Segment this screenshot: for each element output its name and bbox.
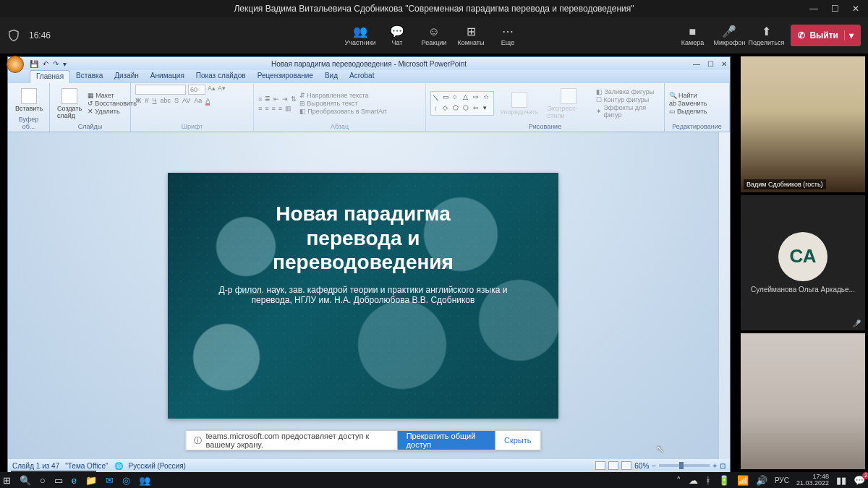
arrange-button[interactable]: Упорядочить (497, 90, 542, 117)
tab-design[interactable]: Дизайн (109, 70, 145, 83)
volume-icon[interactable]: 🔊 (756, 475, 767, 486)
columns-icon[interactable]: ▥ (285, 105, 292, 112)
hide-sharebar-button[interactable]: Скрыть (495, 436, 540, 445)
fit-window-button[interactable]: ⊡ (720, 462, 726, 470)
tray-up-icon[interactable]: ˄ (676, 475, 681, 486)
sorter-view-button[interactable] (608, 461, 618, 470)
font-size-input[interactable]: 60 (188, 85, 205, 95)
align-center-icon[interactable]: ≡ (265, 105, 268, 112)
shapes-gallery[interactable]: ＼▭○△⇨☆ ﹛◇⬠⬡⇦▾ (430, 91, 494, 116)
tab-slideshow[interactable]: Показ слайдов (190, 70, 252, 83)
smartart-button[interactable]: ◧ Преобразовать в SmartArt (299, 108, 386, 115)
battery-icon[interactable]: 🔋 (718, 475, 730, 486)
font-family-input[interactable] (135, 85, 186, 95)
align-text-button[interactable]: ⊞ Выровнять текст (299, 100, 386, 107)
qat-dropdown-icon[interactable]: ▾ (63, 60, 67, 68)
scrollbar-vertical[interactable] (718, 132, 730, 459)
case-icon[interactable]: Aa (194, 97, 202, 104)
participant-tile[interactable]: Вадим Сдобников (гость) (741, 56, 865, 192)
app-icon[interactable]: ◎ (122, 475, 130, 486)
char-spacing-icon[interactable]: AV (182, 97, 190, 104)
mic-button[interactable]: 🎤Микрофон (711, 22, 747, 49)
mail-icon[interactable]: ✉ (106, 475, 114, 486)
bullets-icon[interactable]: ≡ (258, 95, 262, 103)
close-icon[interactable]: ✕ (852, 4, 859, 14)
zoom-out-button[interactable]: − (652, 462, 656, 470)
justify-icon[interactable]: ≡ (278, 105, 282, 112)
wifi-icon[interactable]: 📶 (737, 475, 749, 486)
new-slide-button[interactable]: Создать слайд (54, 87, 85, 121)
reset-button[interactable]: ↺ Восстановить (88, 100, 137, 107)
app-pinned-icon[interactable]: ▮▮ (836, 475, 846, 486)
shrink-font-icon[interactable]: A▾ (218, 85, 226, 95)
delete-button[interactable]: ✕ Удалить (88, 108, 137, 115)
explorer-icon[interactable]: 📁 (85, 475, 97, 486)
paste-button[interactable]: Вставить (12, 87, 46, 114)
participant-tile[interactable] (741, 333, 865, 469)
zoom-slider[interactable] (659, 464, 710, 467)
line-spacing-icon[interactable]: ⇅ (291, 95, 297, 103)
replace-button[interactable]: ab Заменить (669, 100, 707, 107)
start-icon[interactable]: ⊞ (3, 475, 11, 486)
leave-button[interactable]: ✆ Выйти ▾ (791, 25, 861, 46)
office-button[interactable] (7, 56, 24, 73)
rooms-button[interactable]: ⊞Комнаты (453, 22, 489, 49)
save-icon[interactable]: 💾 (30, 60, 38, 68)
tab-animation[interactable]: Анимация (145, 70, 190, 83)
onedrive-icon[interactable]: ☁ (689, 475, 698, 486)
share-button[interactable]: ⬆Поделиться (748, 22, 784, 49)
tray-lang[interactable]: РУС (775, 476, 789, 484)
bluetooth-icon[interactable]: ᚼ (705, 475, 711, 486)
search-icon[interactable]: 🔍 (20, 475, 31, 486)
maximize-icon[interactable]: ☐ (831, 4, 839, 14)
notifications-icon[interactable]: 💬 (854, 475, 865, 486)
participant-tile[interactable]: СА Сулейманова Ольга Аркадье... 🎤̸ (741, 195, 865, 331)
align-right-icon[interactable]: ≡ (272, 105, 276, 112)
numbering-icon[interactable]: ≣ (265, 95, 271, 103)
slideshow-view-button[interactable] (621, 461, 631, 470)
underline-icon[interactable]: Ч (152, 97, 156, 104)
indent-inc-icon[interactable]: ⇥ (282, 95, 288, 103)
task-view-icon[interactable]: ▭ (54, 475, 63, 486)
indent-dec-icon[interactable]: ⇤ (273, 95, 279, 103)
shadow-icon[interactable]: S (174, 97, 179, 104)
language-indicator[interactable]: Русский (Россия) (129, 462, 186, 470)
tab-review[interactable]: Рецензирование (252, 70, 319, 83)
more-button[interactable]: ⋯Еще (490, 22, 526, 49)
stop-sharing-button[interactable]: Прекратить общий доступ (398, 431, 495, 450)
tab-view[interactable]: Вид (319, 70, 344, 83)
text-direction-button[interactable]: ⇵ Направление текста (299, 92, 386, 99)
tab-insert[interactable]: Вставка (70, 70, 109, 83)
participants-button[interactable]: 👥Участники (342, 22, 378, 49)
font-color-icon[interactable]: A (205, 97, 210, 104)
find-button[interactable]: 🔍 Найти (669, 92, 707, 99)
system-clock[interactable]: 17:4821.03.2022 (796, 474, 829, 487)
shape-effects-button[interactable]: ✦ Эффекты для фигур (596, 104, 660, 119)
shape-fill-button[interactable]: ◧ Заливка фигуры (596, 88, 660, 95)
select-button[interactable]: ▭ Выделить (669, 108, 707, 115)
chat-button[interactable]: 💬Чат (379, 22, 415, 49)
teams-icon[interactable]: 👥 (139, 475, 150, 486)
tab-acrobat[interactable]: Acrobat (344, 70, 380, 83)
minimize-icon[interactable]: — (809, 4, 818, 14)
chevron-down-icon[interactable]: ▾ (844, 30, 854, 40)
cortana-icon[interactable]: ○ (40, 475, 46, 486)
quick-styles-button[interactable]: Экспресс-стили (545, 87, 594, 121)
reactions-button[interactable]: ☺Реакции (416, 22, 452, 49)
strike-icon[interactable]: abc (160, 97, 171, 104)
align-left-icon[interactable]: ≡ (258, 105, 262, 112)
quick-access-toolbar[interactable]: 💾 ↶ ↷ ▾ (30, 60, 67, 68)
redo-icon[interactable]: ↷ (53, 60, 59, 68)
ppt-minimize-icon[interactable]: — (693, 60, 700, 68)
ppt-close-icon[interactable]: ✕ (721, 60, 727, 68)
tab-home[interactable]: Главная (30, 70, 70, 83)
normal-view-button[interactable] (595, 461, 605, 470)
layout-button[interactable]: ▦ Макет (88, 92, 137, 99)
camera-button[interactable]: ■Камера (674, 22, 710, 49)
undo-icon[interactable]: ↶ (43, 60, 48, 68)
ppt-restore-icon[interactable]: ☐ (707, 60, 714, 68)
italic-icon[interactable]: К (145, 97, 148, 104)
grow-font-icon[interactable]: A▴ (208, 85, 216, 95)
lang-flag-icon[interactable]: 🌐 (114, 462, 123, 470)
zoom-in-button[interactable]: + (712, 462, 717, 470)
